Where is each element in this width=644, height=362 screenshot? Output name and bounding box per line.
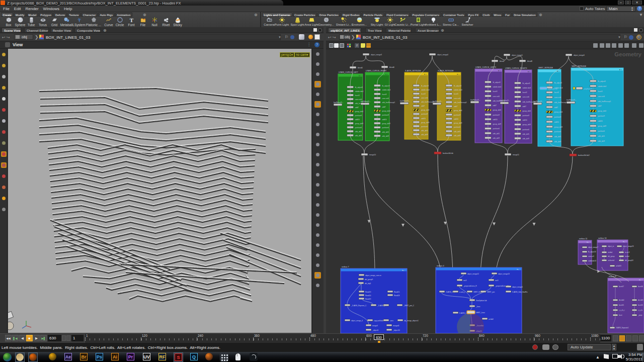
svg-text:boolean3d-lab2: boolean3d-lab2 (578, 154, 590, 156)
svg-text:attb_del5: attb_del5 (554, 136, 561, 138)
svg-text:conv ert6: conv ert6 (598, 96, 605, 98)
svg-text:▾+: ▾+ (587, 241, 589, 243)
svg-text:s_a_fa_r: s_a_fa_r (619, 309, 625, 311)
svg-text:subdiv ide4: subdiv ide4 (421, 89, 430, 91)
svg-text:Rend13: Rend13 (365, 291, 371, 293)
svg-text:partition9: partition9 (522, 115, 529, 117)
svg-text:Geometry: Geometry (614, 51, 641, 57)
svg-text:surfacetal: surfacetal (608, 259, 614, 261)
svg-text:_lines: _lines (475, 306, 480, 308)
svg-text:Rend18: Rend18 (394, 295, 399, 297)
svg-text:netbox 10: netbox 10 (598, 237, 607, 239)
svg-text:object_merge13: object_merge13 (498, 273, 510, 275)
svg-text:attb_del9: attb_del9 (454, 135, 461, 137)
svg-text:Rend15: Rend15 (394, 291, 399, 293)
svg-text:object_merge7: object_merge7 (588, 246, 598, 248)
svg-text:attb_del5: attb_del5 (493, 133, 500, 135)
svg-text:del_obj4: del_obj4 (365, 283, 371, 285)
svg-text:restbal: restbal (608, 251, 612, 253)
svg-text:facet3: facet3 (493, 90, 497, 93)
svg-text:partition6: partition6 (598, 130, 605, 132)
svg-text:attb_del5: attb_del5 (355, 131, 362, 133)
svg-text:▾ ×: ▾ × (528, 70, 531, 73)
svg-text:▾+: ▾+ (623, 240, 625, 243)
svg-text:object_merge4: object_merge4 (437, 54, 448, 56)
svg-text:partition6: partition6 (522, 129, 529, 131)
svg-text:copy-with/wile: copy-with/wile (374, 320, 384, 322)
svg-text:attb_del9: attb_del9 (522, 138, 529, 140)
svg-text:group_del4: group_del4 (355, 111, 364, 113)
svg-text:LINES_CURV-E_LEFT: LINES_CURV-E_LEFT (339, 71, 358, 73)
svg-text:blend6: blend6 (389, 66, 394, 68)
svg-text:attb_lineRecoup5: attb_lineRecoup5 (421, 101, 434, 103)
svg-text:netbox 7: netbox 7 (342, 266, 349, 268)
svg-text:attb_del5: attb_del5 (598, 135, 605, 137)
svg-text:partition6: partition6 (554, 131, 561, 133)
svg-text:rez3: rez3 (463, 280, 466, 282)
svg-text:LINES_CURV-E_LEFT3: LINES_CURV-E_LEFT3 (475, 66, 496, 68)
svg-text:▾ ×: ▾ × (619, 68, 622, 71)
svg-text:▾+: ▾+ (639, 279, 641, 281)
svg-text:div-ide5: div-ide5 (638, 299, 643, 301)
svg-text:restbal: restbal (625, 255, 629, 257)
svg-text:attb_del9: attb_del9 (598, 140, 605, 142)
svg-text:merge11: merge11 (513, 154, 519, 156)
svg-text:_projectedLines_R: _projectedLines_R (463, 285, 477, 287)
svg-text:facet07: facet07 (619, 286, 624, 288)
svg-text:lineRelax(3…: lineRelax(3… (400, 100, 410, 102)
svg-text:netbox 11: netbox 11 (579, 238, 587, 240)
svg-text:partition9: partition9 (554, 116, 561, 118)
svg-text:attb_del9: attb_del9 (421, 134, 428, 136)
svg-text:object_merge5: object_merge5 (512, 54, 523, 56)
svg-text:add7: add7 (382, 106, 386, 108)
svg-text:partition6: partition6 (493, 128, 500, 130)
svg-text:add10: add10 (554, 121, 559, 123)
svg-text:add7: add7 (554, 107, 558, 109)
svg-text:_X-AXIS_Reprene_C: _X-AXIS_Reprene_C (351, 305, 367, 307)
svg-text:▾+: ▾+ (517, 268, 519, 270)
svg-text:add7: add7 (522, 106, 526, 108)
svg-text:conv ert6: conv ert6 (382, 98, 389, 100)
svg-text:_proje: _proje (637, 314, 642, 316)
svg-text:subdiv ide4: subdiv ide4 (493, 86, 501, 88)
svg-text:group_del4: group_del4 (598, 110, 606, 112)
svg-text:partition9: partition9 (598, 115, 605, 117)
svg-text:lineRelax(3…: lineRelax(3… (334, 102, 344, 104)
svg-text:ar.lab13: ar.lab13 (616, 265, 621, 267)
svg-text:object_merge13: object_merge13 (623, 245, 634, 247)
svg-text:lineRelax(3…: lineRelax(3… (361, 101, 371, 103)
svg-text:▾ ×: ▾ × (385, 73, 388, 75)
svg-text:conv: conv (390, 320, 393, 322)
svg-text:group_del9: group_del9 (554, 126, 563, 128)
svg-text:facet3: facet3 (522, 92, 527, 94)
svg-text:subdivide13: subdivide13 (588, 260, 596, 262)
svg-text:object_merge_4: object_merge_4 (351, 320, 363, 322)
svg-text:del_group: del_group (608, 255, 615, 257)
svg-text:fb_adjust3: fb_adjust3 (421, 85, 429, 87)
svg-text:netbox 4: netbox 4 (437, 265, 444, 267)
svg-text:facet3: facet3 (355, 95, 360, 97)
svg-text:s_a_fa: s_a_fa (638, 309, 642, 311)
svg-text:conv-er3: conv-er3 (588, 255, 594, 257)
svg-text:add7: add7 (421, 105, 425, 107)
svg-text:add10: add10 (598, 120, 602, 122)
svg-text:merge10: merge10 (369, 154, 376, 156)
svg-text:boolean3d-lab: boolean3d-lab (443, 152, 453, 154)
svg-text:div-ide4: div-ide4 (619, 299, 624, 301)
svg-text:subdiv ide4: subdiv ide4 (355, 90, 364, 93)
svg-text:fb_adjust13: fb_adjust13 (588, 251, 596, 253)
svg-text:group_del9: group_del9 (454, 122, 462, 124)
svg-text:facet3: facet3 (554, 92, 559, 94)
svg-text:_object6: _object6 (372, 329, 378, 331)
svg-text:group_del9: group_del9 (355, 123, 364, 125)
svg-text:lineRelax(3…: lineRelax(3… (567, 99, 577, 101)
svg-text:attb_del9: attb_del9 (554, 141, 561, 143)
svg-text:blend8: blend8 (527, 60, 532, 62)
svg-text:VERT_join: VERT_join (487, 291, 495, 293)
svg-text:rez3: rez3 (495, 280, 498, 282)
svg-text:add10: add10 (493, 119, 497, 121)
svg-text:add10: add10 (421, 118, 426, 120)
svg-text:netbox 8: netbox 8 (609, 276, 616, 278)
svg-text:blend5: blend5 (358, 67, 363, 69)
svg-text:attb_del9: attb_del9 (355, 135, 362, 137)
